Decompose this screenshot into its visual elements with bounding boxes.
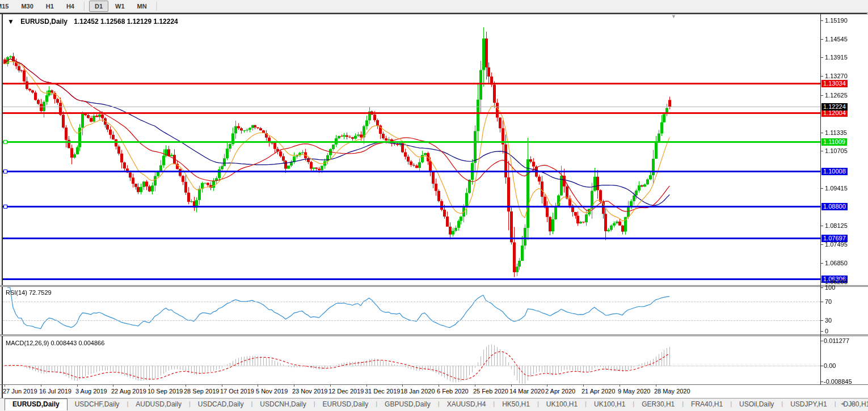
- date-axis-label: 28 May 2020: [654, 388, 690, 395]
- macd-axis-tick: 0.00: [824, 362, 836, 369]
- macd-axis-tick: 0.011277: [824, 337, 849, 344]
- toolbar-separator: [84, 2, 85, 11]
- price-axis-tick-dash: [821, 244, 823, 245]
- hline-1.07697[interactable]: [3, 238, 820, 239]
- rsi-axis-tick: 70: [825, 298, 832, 305]
- hline-1.08800[interactable]: [3, 206, 820, 207]
- date-axis-tick: [656, 384, 656, 387]
- chart-tab-gbpusd-daily[interactable]: GBPUSD,Daily: [377, 399, 438, 410]
- chart-tab-fra40-h1[interactable]: FRA40,H1: [684, 399, 730, 410]
- date-axis-label: 9 May 2020: [618, 388, 650, 395]
- hline-1.10008[interactable]: [3, 171, 820, 172]
- date-axis-tick: [366, 384, 367, 387]
- macd-zero-line: [3, 366, 820, 366]
- hline-1.06306[interactable]: [3, 278, 820, 280]
- rsi-level-70-line: [3, 302, 820, 302]
- date-axis-tick: [186, 384, 186, 387]
- pane-separator[interactable]: [0, 336, 868, 336]
- chart-ohlc-quotes: 1.12452 1.12568 1.12129 1.12224: [74, 18, 178, 26]
- date-axis-label: 28 Sep 2019: [184, 388, 219, 395]
- date-axis-label: 5 Nov 2019: [256, 388, 288, 395]
- date-axis-tick: [41, 384, 41, 387]
- window-overflow-arrow-icon[interactable]: ▼: [671, 14, 676, 19]
- mt4-terminal: M15M30H1H4D1W1MN 1.130341.120041.110091.…: [0, 0, 868, 411]
- price-axis-border: [820, 14, 821, 384]
- chart-tab-ger30-h1[interactable]: GER30,H1: [634, 399, 682, 410]
- price-axis-tick: 1.11335: [825, 129, 847, 136]
- rsi-axis-tick-dash: [821, 287, 823, 288]
- macd-axis-tick: -0.008845: [824, 378, 852, 385]
- hline-1.13034[interactable]: [3, 83, 820, 84]
- macd-axis-tick-dash: [821, 366, 823, 366]
- chart-tab-usdcnh-daily[interactable]: USDCNH,Daily: [252, 399, 313, 410]
- chart-dropdown-icon[interactable]: ▼: [7, 18, 14, 26]
- chart-tab-usdjpy-h1[interactable]: USDJPY,H1: [783, 399, 834, 410]
- chart-tab-hk50-h1[interactable]: HK50,H1: [495, 399, 537, 410]
- macd-chart-canvas[interactable]: [3, 336, 820, 384]
- timeframe-button-m15[interactable]: M15: [0, 1, 14, 12]
- price-axis-tick-dash: [821, 282, 823, 282]
- rsi-axis-tick-dash: [821, 320, 823, 321]
- chart-tab-xauusd-h4[interactable]: XAUUSD,H4: [440, 399, 494, 410]
- price-tag-1.10008: 1.10008: [821, 168, 848, 175]
- chart-tab-eurusd-daily[interactable]: EURUSD,Daily: [5, 399, 68, 410]
- date-axis-label: 2 Apr 2020: [545, 388, 575, 395]
- rsi-axis-tick-dash: [821, 331, 823, 332]
- chart-tab-usdcad-daily[interactable]: USDCAD,Daily: [191, 399, 251, 410]
- timeframe-button-d1[interactable]: D1: [89, 1, 108, 12]
- timeframe-button-h4[interactable]: H4: [61, 1, 80, 12]
- price-axis-tick: 1.13270: [825, 73, 848, 79]
- bid-price-line: [3, 107, 820, 107]
- date-axis-tick: [439, 384, 439, 387]
- price-axis-tick: 1.09415: [825, 185, 848, 192]
- timeframe-toolbar: M15M30H1H4D1W1MN: [0, 0, 868, 13]
- hline-1.12004[interactable]: [3, 112, 820, 114]
- tab-scroll-left-icon[interactable]: ◄: [840, 401, 850, 406]
- pane-separator[interactable]: [0, 286, 868, 287]
- rsi-axis-tick: 100: [825, 284, 835, 291]
- timeframe-button-m30[interactable]: M30: [15, 1, 39, 12]
- date-axis-tick: [330, 384, 331, 387]
- rsi-axis-tick-dash: [821, 302, 823, 302]
- price-axis-tick: 1.15190: [825, 17, 848, 24]
- chart-title: ▼ EURUSD,Daily 1.12452 1.12568 1.12129 1…: [7, 18, 178, 26]
- hline-handle-left-1.08800[interactable]: [3, 205, 7, 209]
- hline-handle-left-1.10008[interactable]: [3, 170, 7, 173]
- bid-price-tag: 1.12224: [821, 103, 848, 111]
- chart-tab-audusd-daily[interactable]: AUDUSD,Daily: [128, 399, 189, 410]
- date-axis-label: 23 Nov 2019: [292, 388, 327, 395]
- tab-scroll-right-icon[interactable]: ►: [850, 401, 861, 406]
- price-axis-tick-dash: [821, 57, 823, 58]
- macd-axis-tick-dash: [821, 382, 823, 382]
- timeframe-button-mn[interactable]: MN: [132, 1, 153, 12]
- price-axis-tick: 1.13915: [825, 54, 848, 61]
- date-axis-label: 31 Dec 2019: [365, 388, 400, 395]
- price-chart-canvas[interactable]: [3, 15, 820, 285]
- rsi-axis-tick: 0: [825, 328, 828, 334]
- macd-axis-tick-dash: [821, 341, 823, 341]
- timeframe-button-h1[interactable]: H1: [40, 1, 60, 12]
- timeframe-button-w1[interactable]: W1: [109, 1, 130, 12]
- hline-handle-left-1.11009[interactable]: [3, 140, 7, 144]
- chart-tab-uk100-h1[interactable]: UK100,H1: [587, 399, 633, 410]
- date-axis-tick: [113, 384, 113, 387]
- price-axis-tick-dash: [821, 151, 823, 151]
- chart-tab-usdchf-daily[interactable]: USDCHF,Daily: [68, 399, 127, 410]
- price-axis-tick-dash: [821, 95, 823, 96]
- date-axis-label: 17 Oct 2019: [220, 388, 254, 395]
- date-axis-tick: [620, 384, 620, 387]
- date-axis-label: 18 Jan 2020: [401, 388, 435, 395]
- macd-indicator-label: MACD(12,26,9) 0.008443 0.004866: [6, 340, 104, 346]
- price-axis-tick: 1.07495: [825, 241, 848, 248]
- price-axis-tick-dash: [821, 133, 823, 133]
- chart-tab-uk100-h1[interactable]: UK100,H1: [539, 399, 585, 410]
- price-axis-tick-dash: [821, 226, 823, 226]
- chart-tab-eurusd-daily[interactable]: EURUSD,Daily: [315, 399, 376, 410]
- hline-1.11009[interactable]: [3, 141, 820, 143]
- date-axis-tick: [547, 384, 547, 387]
- rsi-chart-canvas[interactable]: [3, 287, 820, 334]
- date-axis-label: 22 Aug 2019: [111, 388, 146, 395]
- chart-tab-usoil-daily[interactable]: USOil,Daily: [732, 399, 781, 410]
- chart-tab-bar: EURUSD,DailyUSDCHF,Daily|AUDUSD,Daily|US…: [0, 398, 868, 411]
- tab-scroll-arrows: ◄►: [840, 401, 861, 406]
